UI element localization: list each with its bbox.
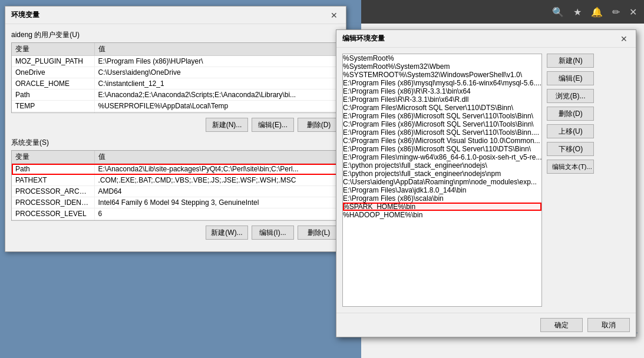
- sys-new-button[interactable]: 新建(W)...: [206, 226, 248, 240]
- user-table-row[interactable]: MOZ_PLUGIN_PATHE:\Program Files (x86)\HU…: [12, 56, 339, 67]
- sys-table-row[interactable]: PROCESSOR_REVISION5e03: [12, 220, 339, 221]
- path-list-container: %SystemRoot%%SystemRoot%\System32\Wbem%S…: [342, 54, 542, 307]
- close-icon[interactable]: ✕: [629, 6, 637, 18]
- path-list-item[interactable]: E:\Program Files (x86)\scala\bin: [343, 194, 541, 203]
- user-var-cell: ORACLE_HOME: [12, 78, 94, 90]
- user-var-cell: TMP: [12, 112, 94, 114]
- path-list-item[interactable]: E:\python projects\full_stack_engineer\n…: [343, 161, 541, 170]
- sys-col-var: 变量: [12, 151, 94, 164]
- delete-path-button[interactable]: 删除(D): [547, 107, 594, 121]
- path-list-item[interactable]: C:\Program Files (x86)\Microsoft Visual …: [343, 137, 541, 145]
- sys-table-row[interactable]: PATHEXT.COM;.EXE;.BAT;.CMD;.VBS;.VBE;.JS…: [12, 175, 339, 186]
- sys-table-row[interactable]: PathE:\Anaconda2\Lib\site-packages\PyQt4…: [12, 164, 339, 175]
- sys-table-row[interactable]: PROCESSOR_ARCHITECT...AMD64: [12, 186, 339, 197]
- user-val-cell: C:\Users\aideng\OneDrive: [94, 67, 339, 78]
- user-table-row[interactable]: ORACLE_HOMEC:\instantclient_12_1: [12, 78, 339, 90]
- path-list-item[interactable]: %SystemRoot%: [343, 54, 541, 62]
- move-down-button[interactable]: 下移(O): [547, 142, 594, 156]
- user-section-label: aideng 的用户变量(U): [11, 30, 340, 40]
- path-list-item[interactable]: C:\Users\aideng\AppData\Roaming\npm\node…: [343, 178, 541, 186]
- edit-icon[interactable]: ✏: [612, 6, 620, 18]
- path-list-item[interactable]: E:\Program Files\mingw-w64\x86_64-6.1.0-…: [343, 153, 541, 161]
- sys-val-cell: .COM;.EXE;.BAT;.CMD;.VBS;.VBE;.JS;.JSE;.…: [94, 175, 339, 186]
- user-edit-button[interactable]: 编辑(E)...: [252, 118, 294, 132]
- env-variables-dialog: 环境变量 ✕ aideng 的用户变量(U) 变量 值 MOZ_PLUGIN_P…: [5, 6, 346, 252]
- browse-button[interactable]: 浏览(B)...: [547, 89, 594, 103]
- sys-val-cell: 6: [94, 208, 339, 220]
- edit-dialog-footer: 确定 取消: [336, 313, 636, 337]
- path-list-item[interactable]: %SPARK_HOME%\bin: [343, 203, 541, 211]
- path-list-item[interactable]: E:\Program Files (x86)\Microsoft SQL Ser…: [343, 112, 541, 120]
- side-buttons-panel: 新建(N) 编辑(E) 浏览(B)... 删除(D) 上移(U) 下移(O) 编…: [547, 54, 594, 307]
- sys-var-cell: Path: [12, 164, 94, 175]
- path-list-item[interactable]: E:\Program Files\R\R-3.3.1\bin\x64\R.dll: [343, 95, 541, 104]
- user-var-cell: Path: [12, 90, 94, 101]
- path-list-item[interactable]: E:\python projects\full_stack_engineer\n…: [343, 170, 541, 178]
- user-val-cell: C:\instantclient_12_1: [94, 78, 339, 90]
- env-dialog-body: aideng 的用户变量(U) 变量 值 MOZ_PLUGIN_PATHE:\P…: [5, 24, 346, 251]
- sys-col-val: 值: [94, 151, 339, 164]
- edit-dialog-titlebar: 编辑环境变量 ✕: [336, 30, 636, 48]
- path-list-item[interactable]: %SystemRoot%\System32\Wbem: [343, 62, 541, 71]
- user-table-row[interactable]: TMP%USERPROFILE%\AppData\Local\Temp: [12, 112, 339, 114]
- browser-toolbar: 🔍 ★ 🔔 ✏ ✕: [361, 0, 644, 24]
- user-val-cell: %USERPROFILE%\AppData\Local\Temp: [94, 112, 339, 114]
- search-icon[interactable]: 🔍: [552, 6, 564, 18]
- user-table-row[interactable]: OneDriveC:\Users\aideng\OneDrive: [12, 67, 339, 78]
- edit-dialog-title: 编辑环境变量: [342, 34, 385, 44]
- path-list-item[interactable]: C:\Program Files (x86)\Microsoft SQL Ser…: [343, 120, 541, 128]
- new-path-button[interactable]: 新建(N): [547, 54, 594, 68]
- sys-var-cell: PROCESSOR_IDENTIFIER: [12, 197, 94, 208]
- user-col-val: 值: [94, 43, 339, 56]
- path-list-item[interactable]: %HADOOP_HOME%\bin: [343, 211, 541, 219]
- sys-var-cell: PROCESSOR_LEVEL: [12, 208, 94, 220]
- path-list-item[interactable]: C:\Program Files\Microsoft SQL Server\11…: [343, 104, 541, 112]
- user-var-cell: OneDrive: [12, 67, 94, 78]
- confirm-button[interactable]: 确定: [540, 318, 583, 332]
- sys-val-cell: AMD64: [94, 186, 339, 197]
- sys-var-cell: PROCESSOR_REVISION: [12, 220, 94, 221]
- sys-variables-table-container: 变量 值 PathE:\Anaconda2\Lib\site-packages\…: [11, 150, 340, 221]
- path-list-item[interactable]: E:\Program Files (x86)\Microsoft SQL Ser…: [343, 145, 541, 153]
- path-list-item[interactable]: %SYSTEMROOT%\System32\WindowsPowerShell\…: [343, 71, 541, 79]
- user-table-row[interactable]: PathE:\Anaconda2;E:\Anaconda2\Scripts;E:…: [12, 90, 339, 101]
- user-val-cell: E:\Program Files (x86)\HUPlayer\: [94, 56, 339, 67]
- edit-dialog-body: %SystemRoot%%SystemRoot%\System32\Wbem%S…: [336, 48, 636, 313]
- move-up-button[interactable]: 上移(U): [547, 124, 594, 138]
- edit-dialog-close-button[interactable]: ✕: [618, 34, 630, 44]
- user-variables-table-container: 变量 值 MOZ_PLUGIN_PATHE:\Program Files (x8…: [11, 42, 340, 113]
- user-col-var: 变量: [12, 43, 94, 56]
- path-list-item[interactable]: E:\Program Files (x86)\Microsoft SQL Ser…: [343, 128, 541, 137]
- sys-var-cell: PATHEXT: [12, 175, 94, 186]
- sys-val-cell: E:\Anaconda2\Lib\site-packages\PyQt4;C:\…: [94, 164, 339, 175]
- env-dialog-title: 环境变量: [11, 10, 39, 20]
- path-list-item[interactable]: E:\Program Files\Java\jdk1.8.0_144\bin: [343, 186, 541, 194]
- sys-delete-button[interactable]: 删除(L): [298, 226, 340, 240]
- user-val-cell: %USERPROFILE%\AppData\Local\Temp: [94, 101, 339, 112]
- path-list[interactable]: %SystemRoot%%SystemRoot%\System32\Wbem%S…: [343, 54, 541, 306]
- cancel-button[interactable]: 取消: [587, 318, 630, 332]
- sys-buttons-row: 新建(W)... 编辑(I)... 删除(L): [11, 226, 340, 240]
- path-list-item[interactable]: E:\Program Files (x86)\R\R-3.3.1\bin\x64: [343, 87, 541, 95]
- env-dialog-titlebar: 环境变量 ✕: [5, 6, 346, 24]
- star-icon[interactable]: ★: [573, 6, 582, 18]
- sys-section-label: 系统变量(S): [11, 138, 340, 148]
- env-dialog-close-button[interactable]: ✕: [328, 11, 340, 20]
- user-variables-table: 变量 值 MOZ_PLUGIN_PATHE:\Program Files (x8…: [12, 43, 339, 113]
- sys-table-row[interactable]: PROCESSOR_LEVEL6: [12, 208, 339, 220]
- user-table-row[interactable]: TEMP%USERPROFILE%\AppData\Local\Temp: [12, 101, 339, 112]
- user-val-cell: E:\Anaconda2;E:\Anaconda2\Scripts;E:\Ana…: [94, 90, 339, 101]
- sys-table-row[interactable]: PROCESSOR_IDENTIFIERIntel64 Family 6 Mod…: [12, 197, 339, 208]
- user-var-cell: MOZ_PLUGIN_PATH: [12, 56, 94, 67]
- edit-path-button[interactable]: 编辑(E): [547, 71, 594, 85]
- user-buttons-row: 新建(N)... 编辑(E)... 删除(D): [11, 118, 340, 132]
- user-new-button[interactable]: 新建(N)...: [206, 118, 248, 132]
- user-var-cell: TEMP: [12, 101, 94, 112]
- sys-var-cell: PROCESSOR_ARCHITECT...: [12, 186, 94, 197]
- user-delete-button[interactable]: 删除(D): [298, 118, 340, 132]
- sys-edit-button[interactable]: 编辑(I)...: [252, 226, 294, 240]
- edit-text-button[interactable]: 编辑文本(T)...: [547, 160, 594, 174]
- sys-val-cell: Intel64 Family 6 Model 94 Stepping 3, Ge…: [94, 197, 339, 208]
- bell-icon[interactable]: 🔔: [591, 6, 603, 18]
- path-list-item[interactable]: E:\Program Files (x86)\mysql\mysql-5.6.1…: [343, 79, 541, 87]
